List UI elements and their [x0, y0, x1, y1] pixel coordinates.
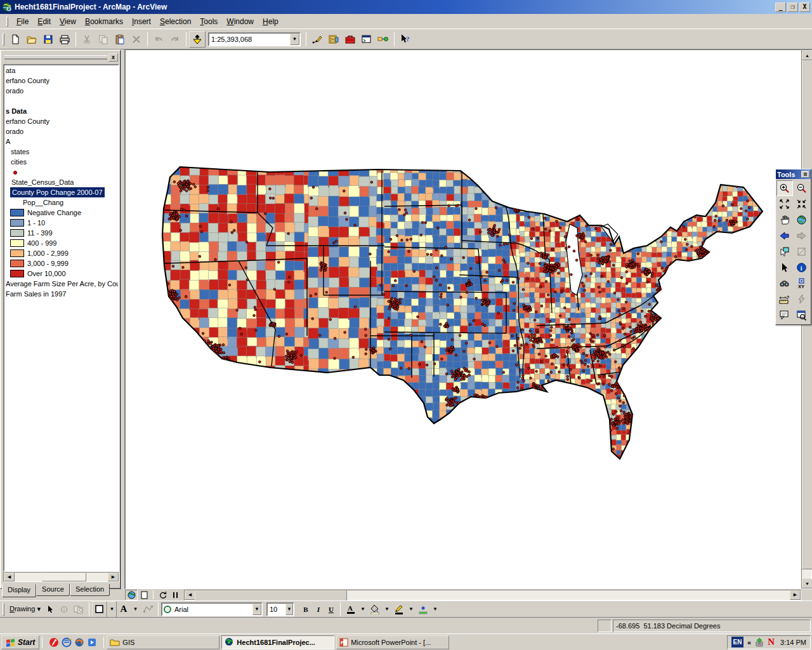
fixed-zoom-in-button[interactable]: [776, 196, 793, 212]
html-popup-button[interactable]: [776, 307, 793, 323]
text-tool-button[interactable]: A: [117, 601, 131, 618]
map-scroll-left-button[interactable]: ◀: [185, 590, 195, 600]
tray-collapse-button[interactable]: «: [747, 639, 751, 646]
map-hscroll-thumb[interactable]: [195, 590, 347, 601]
select-features-button[interactable]: [776, 244, 793, 260]
menu-selection[interactable]: Selection: [155, 15, 195, 28]
text-tool-dropdown[interactable]: ▼: [131, 601, 140, 618]
print-button[interactable]: [56, 31, 73, 48]
menu-help[interactable]: Help: [258, 15, 283, 28]
map-scale-input[interactable]: [209, 36, 290, 43]
pan-tool-button[interactable]: [776, 212, 793, 228]
toc-grip[interactable]: [4, 55, 107, 60]
toolbar-grip[interactable]: [3, 33, 4, 46]
map-view[interactable]: [125, 50, 801, 589]
new-document-button[interactable]: [7, 31, 23, 48]
find-button[interactable]: [776, 275, 793, 291]
toc-row[interactable]: A: [4, 136, 118, 147]
toc-row[interactable]: [4, 96, 118, 106]
font-color-dropdown[interactable]: ▼: [358, 601, 367, 618]
map-scale-dropdown-button[interactable]: ▼: [290, 34, 299, 45]
font-name-input[interactable]: [173, 606, 252, 613]
toc-row[interactable]: Pop__Chang: [4, 197, 118, 208]
toc-tab-display[interactable]: Display: [2, 584, 36, 597]
map-horizontal-scrollbar[interactable]: ◀ ▶: [184, 590, 801, 600]
line-color-button[interactable]: [391, 601, 407, 618]
toc-row[interactable]: orado: [4, 126, 118, 136]
toc-layer-selected[interactable]: County Pop Change 2000-07: [4, 187, 118, 197]
arccatalog-button[interactable]: [325, 31, 342, 48]
drawing-menu-button[interactable]: Drawing ▾: [7, 605, 43, 613]
refresh-view-button[interactable]: [156, 590, 169, 600]
bold-button[interactable]: B: [299, 601, 312, 618]
tools-palette[interactable]: Tools ⊠ i XY ?: [775, 169, 811, 325]
toc-row[interactable]: orado: [4, 86, 118, 96]
toc-row[interactable]: ata: [4, 65, 118, 76]
tools-palette-titlebar[interactable]: Tools ⊠: [776, 169, 811, 179]
menu-grip[interactable]: [6, 17, 8, 27]
toc-row[interactable]: s Data: [4, 106, 118, 116]
toc-row[interactable]: [4, 167, 118, 177]
tray-device-icon[interactable]: [754, 638, 764, 647]
fixed-zoom-out-button[interactable]: [794, 196, 810, 212]
toc-close-button[interactable]: x: [108, 53, 118, 62]
font-color-button[interactable]: A: [343, 601, 358, 618]
command-window-button[interactable]: [358, 31, 375, 48]
select-elements-button[interactable]: [776, 260, 793, 275]
menu-bookmarks[interactable]: Bookmarks: [81, 15, 128, 28]
menu-insert[interactable]: Insert: [128, 15, 155, 28]
whats-this-help-button[interactable]: ?: [397, 31, 414, 48]
minimize-button[interactable]: _: [775, 3, 786, 12]
toc-scroll-left-button[interactable]: ◀: [4, 573, 15, 581]
menu-file[interactable]: File: [12, 15, 33, 28]
internet-explorer-quicklaunch-icon[interactable]: [60, 636, 73, 649]
tools-palette-close-button[interactable]: ⊠: [801, 171, 809, 178]
select-elements-draw-button[interactable]: [43, 601, 57, 618]
arctoolbox-button[interactable]: [342, 31, 358, 48]
viewer-window-button[interactable]: [794, 307, 810, 323]
toc-row[interactable]: Farm Sales in 1997: [4, 289, 118, 299]
toc-scroll-thumb[interactable]: [42, 573, 86, 581]
layout-view-button[interactable]: [138, 590, 150, 600]
add-data-button[interactable]: [189, 31, 206, 48]
shape-tool-button[interactable]: [92, 601, 107, 618]
restore-button[interactable]: ❐: [787, 3, 798, 12]
full-extent-button[interactable]: [794, 212, 810, 228]
go-to-xy-button[interactable]: XY: [794, 275, 810, 291]
identify-button[interactable]: i: [794, 260, 810, 275]
tray-n-icon[interactable]: N: [768, 637, 775, 647]
data-view-button[interactable]: [125, 590, 138, 600]
toc-scroll-right-button[interactable]: ▶: [108, 573, 119, 581]
toc-row[interactable]: State_Census_Data: [4, 177, 118, 187]
toc-row[interactable]: erfano County: [4, 116, 118, 126]
map-scroll-down-button[interactable]: ▼: [802, 578, 812, 588]
go-back-extent-button[interactable]: [776, 228, 793, 244]
toc-tab-source[interactable]: Source: [36, 584, 70, 596]
taskbar-task-hecht1681finalprojec-[interactable]: Hecht1681FinalProjec...: [221, 635, 334, 649]
font-size-dropdown[interactable]: ▼: [285, 604, 293, 615]
zoom-out-tool-button[interactable]: [794, 180, 810, 196]
drawbar-grip[interactable]: [3, 603, 4, 616]
toc-row[interactable]: erfano County: [4, 76, 118, 86]
modelbuilder-button[interactable]: [375, 31, 391, 48]
menu-window[interactable]: Window: [222, 15, 258, 28]
save-button[interactable]: [40, 31, 56, 48]
zoom-in-tool-button[interactable]: [776, 180, 793, 196]
map-scroll-right-button[interactable]: ▶: [790, 590, 801, 600]
measure-button[interactable]: ?: [776, 291, 793, 307]
font-name-dropdown[interactable]: ▼: [252, 604, 261, 615]
map-scroll-up-button[interactable]: ▲: [802, 50, 812, 60]
close-button[interactable]: X: [799, 3, 810, 12]
pause-drawing-button[interactable]: [169, 590, 181, 600]
editor-toolbar-button[interactable]: [309, 31, 325, 48]
us-county-map[interactable]: [161, 166, 770, 467]
italic-button[interactable]: I: [312, 601, 325, 618]
fill-color-button[interactable]: [367, 601, 383, 618]
toc-row[interactable]: Average Farm Size Per Acre, by Cou: [4, 279, 118, 289]
toc-tab-selection[interactable]: Selection: [70, 584, 110, 596]
line-color-dropdown[interactable]: ▼: [407, 601, 416, 618]
start-button[interactable]: Start: [1, 635, 39, 649]
taskbar-task-microsoft-powerpoint-[interactable]: PMicrosoft PowerPoint - [...: [336, 635, 449, 649]
taskbar-task-gis[interactable]: GIS: [107, 635, 219, 649]
open-button[interactable]: [23, 31, 40, 48]
